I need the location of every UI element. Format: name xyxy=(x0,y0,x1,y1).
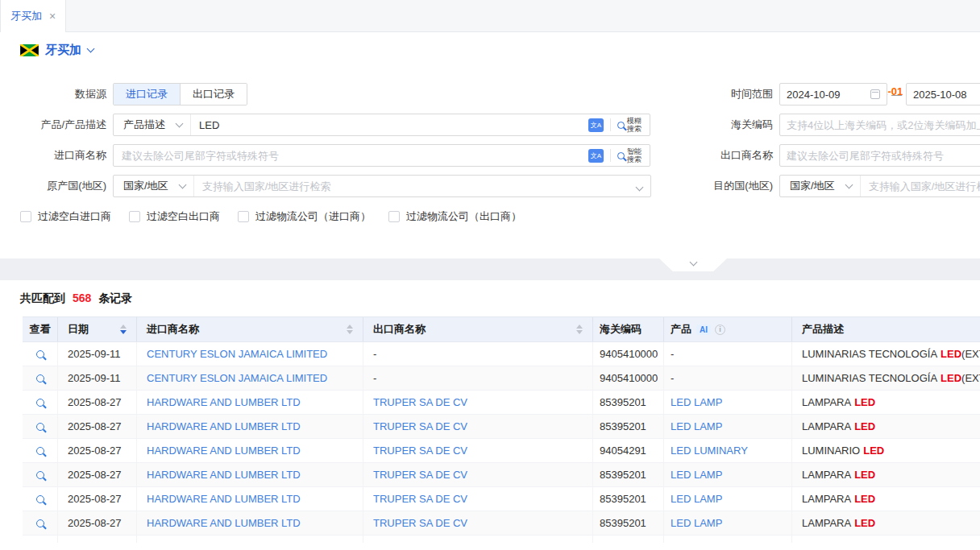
product-search-input[interactable] xyxy=(191,119,588,131)
product-type-select[interactable]: 产品描述 xyxy=(114,114,191,135)
origin-country-input[interactable] xyxy=(194,180,629,192)
importer-cell[interactable]: HARDWARE AND LUMBER LTD xyxy=(137,511,363,535)
view-cell[interactable] xyxy=(23,536,58,543)
importer-cell[interactable]: HARDWARE AND LUMBER LTD xyxy=(137,463,363,486)
product-cell[interactable]: LED LAMP xyxy=(664,415,792,438)
export-records-segment[interactable]: 出口记录 xyxy=(180,84,247,105)
date-from-input[interactable] xyxy=(779,83,887,105)
info-icon[interactable]: i xyxy=(715,325,725,335)
exporter-cell[interactable]: TRUPER SA DE CV xyxy=(363,536,593,543)
view-search-icon[interactable] xyxy=(36,350,44,358)
view-search-icon[interactable] xyxy=(36,423,44,431)
exporter-input[interactable] xyxy=(779,144,980,167)
importer-cell[interactable]: HARDWARE AND LUMBER LTD xyxy=(137,391,363,414)
product-cell[interactable]: LED LAMP xyxy=(664,511,792,535)
date-from-field[interactable] xyxy=(787,89,870,101)
product-cell[interactable]: LED LAMP xyxy=(664,391,792,414)
chevron-down-icon xyxy=(176,119,184,127)
checkbox-icon[interactable] xyxy=(388,211,400,222)
import-records-segment[interactable]: 进口记录 xyxy=(114,84,180,105)
tab-jamaica[interactable]: 牙买加 × xyxy=(0,0,66,32)
importer-input[interactable] xyxy=(114,150,588,162)
country-name[interactable]: 牙买加 xyxy=(45,43,81,58)
checkbox-icon[interactable] xyxy=(129,211,140,222)
filter-blank-importer-checkbox[interactable]: 过滤空白进口商 xyxy=(20,209,111,224)
filter-blank-exporter-checkbox[interactable]: 过滤空白出口商 xyxy=(129,209,220,224)
checkbox-icon[interactable] xyxy=(238,211,249,222)
filter-logistics-importer-checkbox[interactable]: 过滤物流公司（进口商） xyxy=(238,209,371,224)
sort-importer[interactable] xyxy=(347,325,353,334)
table-row: 2025-08-27HARDWARE AND LUMBER LTDTRUPER … xyxy=(23,463,980,487)
view-cell[interactable] xyxy=(23,415,58,438)
sort-date[interactable] xyxy=(120,325,127,334)
view-cell[interactable] xyxy=(23,342,58,366)
view-cell[interactable] xyxy=(23,511,58,535)
description-cell: LAMPARALED xyxy=(792,391,980,414)
exporter-cell[interactable]: TRUPER SA DE CV xyxy=(363,439,593,462)
view-search-icon[interactable] xyxy=(36,519,44,527)
importer-cell[interactable]: HARDWARE AND LUMBER LTD xyxy=(137,536,363,543)
dest-country-input[interactable] xyxy=(861,180,980,192)
view-cell[interactable] xyxy=(23,487,58,511)
translate-icon[interactable]: 文A xyxy=(588,149,604,163)
panel-gap xyxy=(0,258,980,280)
tab-label: 牙买加 xyxy=(10,9,42,23)
table-body: 2025-09-11CENTURY ESLON JAMAICA LIMITED-… xyxy=(23,342,980,543)
exporter-cell[interactable]: TRUPER SA DE CV xyxy=(363,487,593,511)
dest-type-value: 国家/地区 xyxy=(790,179,835,193)
exporter-cell[interactable]: TRUPER SA DE CV xyxy=(363,391,593,414)
view-cell[interactable] xyxy=(23,391,58,414)
view-cell[interactable] xyxy=(23,439,58,462)
origin-type-select[interactable]: 国家/地区 xyxy=(114,176,194,196)
table-row: 2025-08-27HARDWARE AND LUMBER LTDTRUPER … xyxy=(23,487,980,511)
table-row: 2025-09-11CENTURY ESLON JAMAICA LIMITED-… xyxy=(23,342,980,366)
product-cell[interactable]: LED LAMP xyxy=(664,487,792,511)
column-date: 日期 xyxy=(58,317,137,341)
exporter-field[interactable] xyxy=(787,150,980,162)
importer-cell[interactable]: CENTURY ESLON JAMAICA LIMITED xyxy=(137,366,363,390)
dest-type-select[interactable]: 国家/地区 xyxy=(780,176,861,196)
importer-cell[interactable]: HARDWARE AND LUMBER LTD xyxy=(137,415,363,438)
fuzzy-search-button[interactable]: 模糊搜索 xyxy=(617,117,643,133)
date-cell: 2025-08-27 xyxy=(58,463,137,486)
exporter-cell[interactable]: TRUPER SA DE CV xyxy=(363,463,593,486)
view-cell[interactable] xyxy=(23,463,58,486)
description-cell: LUMINARIAS TECNOLOGÍALED (EXT... xyxy=(792,366,980,390)
product-cell[interactable]: LED LUMINARY xyxy=(664,439,792,462)
exporter-cell[interactable]: TRUPER SA DE CV xyxy=(363,511,593,535)
product-cell[interactable]: LED LAMP xyxy=(664,463,792,486)
view-search-icon[interactable] xyxy=(36,447,44,455)
hs-code-field[interactable] xyxy=(787,119,980,131)
importer-cell[interactable]: CENTURY ESLON JAMAICA LIMITED xyxy=(137,342,363,366)
view-search-icon[interactable] xyxy=(36,399,44,407)
calendar-icon[interactable] xyxy=(870,89,880,99)
collapse-filters-button[interactable] xyxy=(659,258,727,271)
smart-search-button[interactable]: 智能搜索 xyxy=(617,147,643,163)
view-search-icon[interactable] xyxy=(36,495,44,503)
date-to-field[interactable] xyxy=(913,89,980,101)
date-to-input[interactable] xyxy=(906,83,980,105)
hs-code-cell: 85395201 xyxy=(593,415,664,438)
hs-code-cell: 85395201 xyxy=(593,463,664,486)
translate-icon[interactable]: 文A xyxy=(588,118,604,132)
product-cell[interactable]: LED LAMP xyxy=(664,536,792,543)
hs-code-cell: 9405410000 xyxy=(593,342,664,366)
product-cell: - xyxy=(664,342,792,366)
importer-cell[interactable]: HARDWARE AND LUMBER LTD xyxy=(137,487,363,511)
date-cell: 2025-08-27 xyxy=(58,487,137,511)
sort-exporter[interactable] xyxy=(576,325,583,334)
importer-cell[interactable]: HARDWARE AND LUMBER LTD xyxy=(137,439,363,462)
view-cell[interactable] xyxy=(23,366,58,390)
chevron-down-icon[interactable] xyxy=(87,45,95,53)
close-icon[interactable]: × xyxy=(49,10,56,23)
checkbox-icon[interactable] xyxy=(20,211,31,222)
hs-code-input[interactable] xyxy=(779,114,980,136)
view-search-icon[interactable] xyxy=(36,471,44,479)
filter-logistics-exporter-checkbox[interactable]: 过滤物流公司（出口商） xyxy=(388,209,521,224)
hs-code-label: 海关编码 xyxy=(713,118,779,132)
view-search-icon[interactable] xyxy=(36,374,44,383)
column-view: 查看 xyxy=(23,317,58,341)
exporter-cell: - xyxy=(363,342,593,366)
exporter-cell[interactable]: TRUPER SA DE CV xyxy=(363,415,593,438)
hs-code-cell: 85395201 xyxy=(593,536,664,543)
